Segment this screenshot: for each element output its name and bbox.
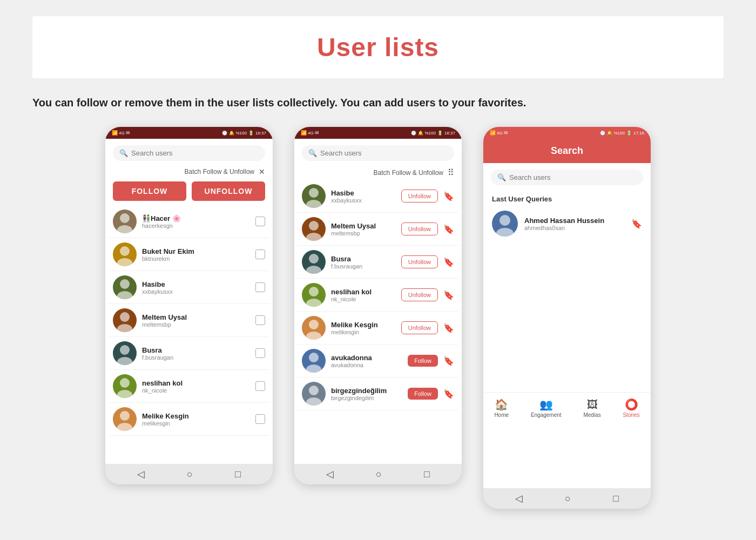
nav-item-medias[interactable]: 🖼 Medias	[583, 399, 600, 418]
avatar	[492, 211, 518, 237]
user-name: Melike Kesgin	[142, 412, 250, 420]
unfollow-button[interactable]: Unfollow	[401, 190, 438, 202]
bookmark-icon[interactable]: 🔖	[443, 257, 454, 267]
home-nav-icon[interactable]: ○	[187, 469, 193, 480]
bookmark-icon[interactable]: 🔖	[443, 356, 454, 366]
svg-point-24	[309, 353, 319, 362]
avatar	[302, 316, 326, 340]
user-handle: melikesgin	[331, 329, 396, 335]
phone1-status-right: 🕐 🔔 %100 🔋 16:37	[222, 131, 267, 136]
phone2-search-input[interactable]	[320, 149, 448, 157]
bookmark-icon[interactable]: 🔖	[443, 224, 454, 234]
list-item: avukadonna avukadonna Follow 🔖	[298, 345, 458, 377]
svg-point-28	[500, 215, 510, 226]
bookmark-icon[interactable]: 🔖	[443, 323, 454, 333]
stories-icon: ⭕	[625, 398, 638, 411]
bookmark-icon[interactable]: 🔖	[443, 389, 454, 399]
phone3-search-input[interactable]	[509, 173, 637, 181]
nav-item-stories[interactable]: ⭕ Stories	[623, 398, 639, 418]
back-nav-icon[interactable]: ◁	[515, 492, 523, 504]
unfollow-button[interactable]: Unfollow	[401, 288, 438, 301]
user-info: avukadonna avukadonna	[331, 354, 402, 368]
phone2-nav: ◁ ○ □	[294, 464, 462, 484]
close-icon[interactable]: ✕	[259, 167, 265, 176]
avatar	[113, 308, 137, 332]
grid-select-icon[interactable]: ⠿	[448, 167, 454, 178]
svg-point-19	[306, 266, 321, 274]
user-checkbox[interactable]	[255, 348, 265, 358]
nav-label-engagement: Engagement	[531, 412, 562, 418]
svg-point-10	[120, 378, 130, 388]
nav-label-medias: Medias	[583, 412, 600, 418]
follow-button[interactable]: Follow	[408, 388, 438, 400]
phone1-user-list: 👫Hacer 🌸 hacerkesgn Buket Nur Ekim bktnu…	[105, 205, 273, 436]
phone2-batch-bar: Batch Follow & Unfollow ⠿	[294, 165, 462, 180]
nav-label-stories: Stories	[623, 412, 639, 418]
user-info: Meltem Uysal meltemsbp	[142, 313, 250, 328]
follow-button[interactable]: FOLLOW	[113, 181, 186, 201]
user-handle: bktnurekm	[142, 255, 250, 262]
phone3-header-title: Search	[492, 145, 642, 157]
user-checkbox[interactable]	[255, 315, 265, 325]
recents-nav-icon[interactable]: □	[235, 469, 241, 480]
user-name: Busra	[142, 346, 250, 354]
user-checkbox[interactable]	[255, 249, 265, 259]
unfollow-button[interactable]: Unfollow	[401, 321, 438, 334]
user-name: Busra	[331, 255, 396, 263]
bookmark-icon[interactable]: 🔖	[443, 191, 454, 201]
avatar	[302, 250, 326, 274]
user-checkbox[interactable]	[255, 414, 265, 424]
list-item: 👫Hacer 🌸 hacerkesgn	[109, 205, 269, 238]
user-name: neslihan kol	[331, 288, 396, 296]
phone1-search-input[interactable]	[131, 149, 259, 157]
nav-item-engagement[interactable]: 👥 Engagement	[531, 398, 562, 418]
phone2-search-bar[interactable]: 🔍	[302, 145, 454, 161]
svg-point-13	[117, 423, 132, 431]
user-handle: f.busraugan	[142, 354, 250, 361]
svg-point-3	[117, 258, 132, 266]
svg-point-4	[120, 279, 130, 289]
avatar	[113, 242, 137, 266]
user-info: birgezgindeğilim birgezgindegilim	[331, 387, 402, 401]
svg-point-7	[117, 324, 132, 332]
avatar	[302, 283, 326, 307]
user-name: avukadonna	[331, 354, 402, 362]
svg-point-2	[120, 246, 130, 256]
list-item: Busra f.busraugan	[109, 337, 269, 370]
user-name: Meltem Uysal	[331, 222, 396, 230]
user-name: Meltem Uysal	[142, 313, 250, 321]
phone1-nav: ◁ ○ □	[105, 464, 273, 484]
follow-button[interactable]: Follow	[408, 355, 438, 367]
nav-item-home[interactable]: 🏠 Home	[494, 398, 509, 418]
phone3-red-header: Search	[483, 139, 651, 163]
back-nav-icon[interactable]: ◁	[326, 468, 334, 480]
phone1-search-bar[interactable]: 🔍	[113, 145, 265, 161]
phones-row: 📶 4G ✉ 🕐 🔔 %100 🔋 16:37 🔍	[32, 127, 724, 509]
unfollow-button[interactable]: UNFOLLOW	[192, 181, 265, 201]
bookmark-active-icon[interactable]: 🔖	[443, 290, 454, 300]
unfollow-button[interactable]: Unfollow	[401, 255, 438, 268]
user-handle: hacerkesgn	[142, 222, 250, 229]
unfollow-button[interactable]: Unfollow	[401, 222, 438, 235]
list-item: Melike Kesgin melikesgin Unfollow 🔖	[298, 312, 458, 345]
recents-nav-icon[interactable]: □	[613, 493, 619, 504]
phone3-status-bar: 📶 4G ✉ 🕐 🔔 %100 🔋 17:16	[483, 127, 651, 139]
bookmark-active-icon[interactable]: 🔖	[631, 219, 642, 229]
avatar	[113, 407, 137, 431]
phone2-status-right: 🕐 🔔 %100 🔋 16:37	[411, 131, 456, 136]
home-nav-icon[interactable]: ○	[565, 493, 571, 504]
user-checkbox[interactable]	[255, 217, 265, 226]
user-checkbox[interactable]	[255, 381, 265, 391]
svg-point-1	[117, 225, 132, 233]
home-nav-icon[interactable]: ○	[376, 469, 382, 480]
back-nav-icon[interactable]: ◁	[137, 468, 145, 480]
user-info: Hasibe xxbaykusxx	[331, 189, 396, 204]
avatar	[113, 275, 137, 299]
svg-point-22	[309, 320, 319, 329]
svg-point-20	[309, 287, 319, 296]
user-checkbox[interactable]	[255, 282, 265, 292]
recents-nav-icon[interactable]: □	[424, 469, 430, 480]
phone3-search-bar[interactable]: 🔍	[491, 170, 643, 185]
svg-point-0	[120, 213, 130, 223]
user-name: Hasibe	[331, 189, 396, 197]
